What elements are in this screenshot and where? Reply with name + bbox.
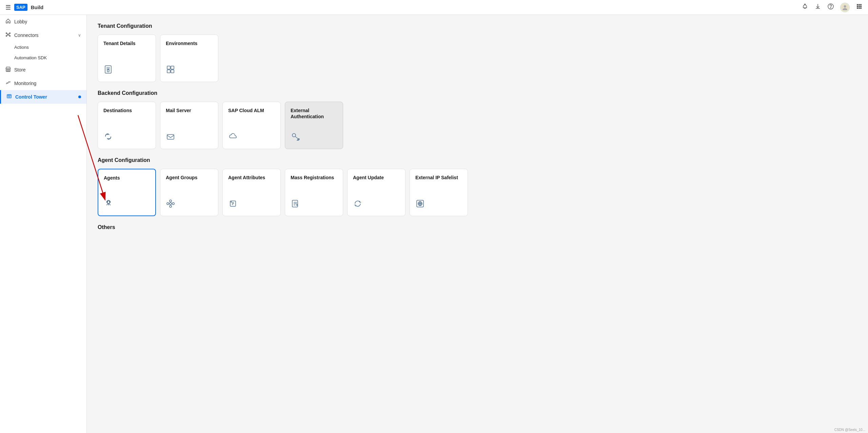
external-auth-label: External Authentication bbox=[291, 107, 337, 120]
sidebar-item-monitoring[interactable]: Monitoring bbox=[0, 77, 86, 90]
svg-point-46 bbox=[107, 202, 108, 203]
sidebar-monitoring-label: Monitoring bbox=[14, 81, 36, 86]
sidebar-item-store[interactable]: Store bbox=[0, 63, 86, 77]
agent-groups-card[interactable]: Agent Groups bbox=[160, 169, 218, 216]
svg-rect-8 bbox=[857, 6, 858, 7]
tenant-details-label: Tenant Details bbox=[103, 40, 150, 46]
agents-icon bbox=[104, 199, 150, 210]
sidebar-actions-label: Actions bbox=[14, 45, 29, 50]
agent-attributes-label: Agent Attributes bbox=[228, 174, 275, 181]
sidebar-item-lobby[interactable]: Lobby bbox=[0, 15, 86, 28]
notifications-icon[interactable] bbox=[802, 3, 808, 12]
sidebar: Lobby Connectors ∨ Actions Automation SD… bbox=[0, 0, 87, 433]
svg-point-52 bbox=[170, 205, 172, 207]
agent-groups-label: Agent Groups bbox=[166, 174, 213, 181]
header-right bbox=[802, 3, 863, 12]
hamburger-icon[interactable]: ☰ bbox=[5, 4, 11, 11]
apps-grid-icon[interactable] bbox=[856, 3, 863, 12]
mail-server-label: Mail Server bbox=[166, 107, 213, 114]
sidebar-control-tower-label: Control Tower bbox=[15, 94, 47, 100]
sap-cloud-alm-label: SAP Cloud ALM bbox=[228, 107, 275, 114]
control-tower-icon bbox=[6, 94, 12, 100]
connectors-chevron-icon: ∨ bbox=[78, 33, 81, 38]
svg-rect-5 bbox=[857, 4, 858, 5]
external-ip-safelist-card[interactable]: External IP Safelist bbox=[410, 169, 468, 216]
svg-rect-40 bbox=[167, 135, 174, 139]
svg-point-4 bbox=[844, 5, 846, 7]
control-tower-dot bbox=[78, 96, 81, 98]
backend-config-title: Backend Configuration bbox=[98, 90, 857, 96]
svg-line-20 bbox=[9, 34, 9, 34]
sidebar-connectors-label: Connectors bbox=[14, 33, 39, 38]
agent-attributes-card[interactable]: Agent Attributes bbox=[222, 169, 281, 216]
sidebar-automation-sdk-label: Automation SDK bbox=[14, 55, 47, 60]
download-icon[interactable] bbox=[814, 3, 821, 12]
header-left: ☰ SAP Build bbox=[5, 4, 43, 11]
svg-rect-37 bbox=[171, 66, 174, 69]
lobby-icon bbox=[5, 18, 11, 25]
sidebar-item-connectors[interactable]: Connectors ∨ bbox=[0, 28, 86, 42]
backend-config-cards: Destinations Mail Server bbox=[98, 102, 857, 149]
main-content: Tenant Configuration Tenant Details Env bbox=[87, 0, 868, 433]
external-auth-icon bbox=[291, 132, 337, 143]
mail-server-card[interactable]: Mail Server bbox=[160, 102, 218, 149]
mass-registrations-icon bbox=[291, 199, 337, 210]
app-name: Build bbox=[31, 4, 44, 10]
sidebar-lobby-label: Lobby bbox=[14, 19, 27, 24]
agent-update-card[interactable]: Agent Update bbox=[347, 169, 406, 216]
svg-point-47 bbox=[110, 202, 111, 203]
external-auth-card[interactable]: External Authentication bbox=[285, 102, 343, 149]
tenant-config-title: Tenant Configuration bbox=[98, 23, 857, 29]
svg-point-2 bbox=[830, 7, 831, 8]
environments-icon bbox=[166, 65, 213, 76]
svg-line-22 bbox=[9, 35, 9, 36]
destinations-label: Destinations bbox=[103, 107, 150, 114]
sidebar-item-automation-sdk[interactable]: Automation SDK bbox=[0, 53, 86, 63]
content-inner: Tenant Configuration Tenant Details Env bbox=[87, 15, 868, 244]
agent-groups-icon bbox=[166, 199, 213, 210]
mass-registrations-card[interactable]: Mass Registrations bbox=[285, 169, 343, 216]
svg-rect-11 bbox=[857, 7, 858, 9]
sap-logo: SAP bbox=[14, 4, 27, 11]
environments-label: Environments bbox=[166, 40, 213, 46]
agent-attributes-icon bbox=[228, 199, 275, 210]
sidebar-store-label: Store bbox=[14, 67, 25, 73]
others-title: Others bbox=[98, 224, 857, 230]
watermark: CSDN @Seels_10... bbox=[834, 428, 865, 432]
svg-point-50 bbox=[172, 203, 174, 205]
agent-update-label: Agent Update bbox=[353, 174, 400, 181]
svg-point-35 bbox=[107, 70, 109, 72]
environments-card[interactable]: Environments bbox=[160, 35, 218, 82]
svg-point-49 bbox=[167, 203, 169, 205]
svg-rect-7 bbox=[860, 4, 862, 5]
svg-line-19 bbox=[7, 34, 7, 34]
monitoring-icon bbox=[5, 80, 11, 87]
avatar[interactable] bbox=[840, 3, 850, 12]
svg-rect-38 bbox=[167, 70, 170, 73]
svg-point-54 bbox=[231, 202, 232, 202]
tenant-config-cards: Tenant Details Environments bbox=[98, 35, 857, 82]
destinations-card[interactable]: Destinations bbox=[98, 102, 156, 149]
connectors-icon bbox=[5, 32, 11, 39]
external-ip-safelist-icon bbox=[415, 199, 462, 210]
mass-registrations-label: Mass Registrations bbox=[291, 174, 337, 181]
svg-rect-39 bbox=[171, 70, 174, 73]
sap-logo-text: SAP bbox=[16, 5, 25, 10]
sap-cloud-alm-card[interactable]: SAP Cloud ALM bbox=[222, 102, 281, 149]
agents-card[interactable]: Agents bbox=[98, 169, 156, 216]
svg-point-41 bbox=[292, 133, 296, 137]
mail-server-icon bbox=[166, 132, 213, 143]
svg-rect-9 bbox=[859, 6, 860, 7]
sidebar-item-control-tower[interactable]: Control Tower bbox=[0, 90, 86, 104]
svg-point-48 bbox=[170, 203, 172, 205]
help-icon[interactable] bbox=[827, 3, 834, 12]
tenant-details-card[interactable]: Tenant Details bbox=[98, 35, 156, 82]
svg-rect-6 bbox=[859, 4, 860, 5]
agent-config-cards: Agents Agent Groups bbox=[98, 169, 857, 216]
svg-rect-10 bbox=[860, 6, 862, 7]
external-ip-safelist-label: External IP Safelist bbox=[415, 174, 462, 181]
sidebar-item-actions[interactable]: Actions bbox=[0, 42, 86, 53]
agent-config-title: Agent Configuration bbox=[98, 157, 857, 163]
store-icon bbox=[5, 66, 11, 73]
tenant-details-icon bbox=[103, 65, 150, 76]
